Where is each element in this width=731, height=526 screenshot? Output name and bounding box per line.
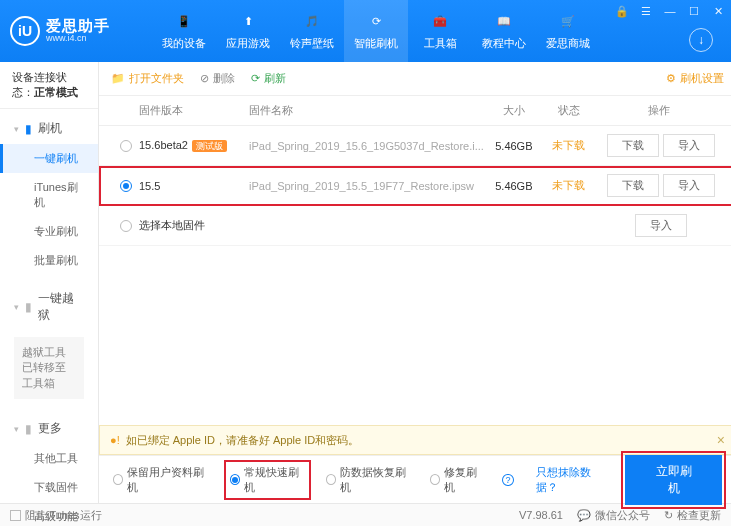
table-row[interactable]: 15.5iPad_Spring_2019_15.5_19F77_Restore.…: [99, 166, 731, 206]
radio-icon[interactable]: [230, 474, 240, 485]
maximize-icon[interactable]: ☐: [687, 4, 701, 18]
erase-only-link[interactable]: 只想抹除数据？: [536, 465, 608, 495]
nav-label: 应用游戏: [226, 36, 270, 51]
info-icon[interactable]: ?: [502, 474, 513, 486]
flash-options: 保留用户资料刷机常规快速刷机防数据恢复刷机修复刷机?只想抹除数据？立即刷机: [99, 455, 731, 503]
radio-icon[interactable]: [430, 474, 440, 485]
import-button[interactable]: 导入: [635, 214, 687, 237]
radio-icon[interactable]: [120, 180, 132, 192]
nav-icon: ⬆: [238, 12, 258, 32]
nav-label: 我的设备: [162, 36, 206, 51]
menu-icon[interactable]: ☰: [639, 4, 653, 18]
group-icon: ▮: [25, 122, 32, 136]
window-controls: 🔒 ☰ — ☐ ✕: [615, 4, 725, 18]
sidebar-group-head[interactable]: ▾▮刷机: [0, 113, 98, 144]
sidebar-item[interactable]: 下载固件: [0, 473, 98, 502]
local-firmware-row[interactable]: 选择本地固件 导入: [99, 206, 731, 246]
flash-mode-option[interactable]: 常规快速刷机: [227, 463, 308, 497]
radio-icon[interactable]: [326, 474, 336, 485]
titlebar: iU 爱思助手 www.i4.cn 📱我的设备⬆应用游戏🎵铃声壁纸⟳智能刷机🧰工…: [0, 0, 731, 62]
sidebar-group-head[interactable]: ▾▮一键越狱: [0, 283, 98, 331]
flash-mode-option[interactable]: 保留用户资料刷机: [113, 465, 209, 495]
chevron-down-icon: ▾: [14, 424, 19, 434]
flash-button[interactable]: 立即刷机: [625, 455, 722, 505]
radio-icon[interactable]: [113, 474, 123, 485]
flash-mode-option[interactable]: 防数据恢复刷机: [326, 465, 412, 495]
col-ops: 操作: [594, 103, 724, 118]
update-icon: ↻: [664, 509, 673, 522]
op-button[interactable]: 下载: [607, 134, 659, 157]
op-button[interactable]: 下载: [607, 174, 659, 197]
cell-status: 未下载: [544, 138, 594, 153]
sidebar-item[interactable]: 一键刷机: [0, 144, 98, 173]
warning-icon: ●!: [110, 434, 120, 446]
nav-icon: 📱: [174, 12, 194, 32]
check-update-link[interactable]: ↻检查更新: [664, 508, 721, 523]
radio-icon[interactable]: [120, 140, 132, 152]
nav-label: 铃声壁纸: [290, 36, 334, 51]
toolbar: 📁打开文件夹 ⊘删除 ⟳刷新 ⚙刷机设置: [99, 62, 731, 96]
col-version: 固件版本: [139, 103, 249, 118]
cell-version: 15.5: [139, 180, 249, 192]
trash-icon: ⊘: [200, 72, 209, 85]
version-label: V7.98.61: [519, 509, 563, 521]
nav-4[interactable]: 🧰工具箱: [408, 0, 472, 62]
radio-icon[interactable]: [120, 220, 132, 232]
col-name: 固件名称: [249, 103, 484, 118]
col-status: 状态: [544, 103, 594, 118]
sidebar-item[interactable]: 其他工具: [0, 444, 98, 473]
nav-3[interactable]: ⟳智能刷机: [344, 0, 408, 62]
flash-settings-button[interactable]: ⚙刷机设置: [666, 71, 724, 86]
cell-status: 未下载: [544, 178, 594, 193]
wechat-icon: 💬: [577, 509, 591, 522]
device-status-value: 正常模式: [34, 86, 78, 98]
close-icon[interactable]: ×: [717, 432, 725, 448]
cell-size: 5.46GB: [484, 180, 544, 192]
chevron-down-icon: ▾: [14, 302, 19, 312]
table-row[interactable]: 15.6beta2测试版iPad_Spring_2019_15.6_19G503…: [99, 126, 731, 166]
cell-name: iPad_Spring_2019_15.6_19G5037d_Restore.i…: [249, 140, 484, 152]
logo-icon: iU: [10, 16, 40, 46]
open-folder-button[interactable]: 📁打开文件夹: [111, 71, 184, 86]
block-itunes-option[interactable]: 阻止iTunes运行: [10, 508, 102, 523]
nav-icon: 🛒: [558, 12, 578, 32]
download-icon[interactable]: ↓: [689, 28, 713, 52]
lock-icon[interactable]: 🔒: [615, 4, 629, 18]
nav-2[interactable]: 🎵铃声壁纸: [280, 0, 344, 62]
nav-5[interactable]: 📖教程中心: [472, 0, 536, 62]
minimize-icon[interactable]: —: [663, 4, 677, 18]
close-icon[interactable]: ✕: [711, 4, 725, 18]
op-button[interactable]: 导入: [663, 174, 715, 197]
refresh-button[interactable]: ⟳刷新: [251, 71, 286, 86]
logo: iU 爱思助手 www.i4.cn: [10, 16, 152, 46]
brand-name: 爱思助手: [46, 18, 110, 35]
nav-label: 工具箱: [424, 36, 457, 51]
nav-icon: ⟳: [366, 12, 386, 32]
sidebar: 设备连接状态：正常模式 ▾▮刷机一键刷机iTunes刷机专业刷机批量刷机▾▮一键…: [0, 62, 99, 503]
brand-url: www.i4.cn: [46, 34, 110, 44]
nav-label: 爱思商城: [546, 36, 590, 51]
local-firmware-label: 选择本地固件: [139, 218, 594, 233]
cell-size: 5.46GB: [484, 140, 544, 152]
delete-button[interactable]: ⊘删除: [200, 71, 235, 86]
nav-label: 教程中心: [482, 36, 526, 51]
sidebar-item[interactable]: 批量刷机: [0, 246, 98, 275]
col-size: 大小: [484, 103, 544, 118]
sidebar-group-head[interactable]: ▾▮更多: [0, 413, 98, 444]
nav-0[interactable]: 📱我的设备: [152, 0, 216, 62]
sidebar-item[interactable]: iTunes刷机: [0, 173, 98, 217]
flash-mode-option[interactable]: 修复刷机: [430, 465, 485, 495]
checkbox-icon[interactable]: [10, 510, 21, 521]
op-button[interactable]: 导入: [663, 134, 715, 157]
nav-6[interactable]: 🛒爱思商城: [536, 0, 600, 62]
nav-icon: 📖: [494, 12, 514, 32]
group-icon: ▮: [25, 300, 32, 314]
chevron-down-icon: ▾: [14, 124, 19, 134]
warning-bar: ●! 如已绑定 Apple ID，请准备好 Apple ID和密码。 ×: [99, 425, 731, 455]
sidebar-item[interactable]: 专业刷机: [0, 217, 98, 246]
main: 📁打开文件夹 ⊘删除 ⟳刷新 ⚙刷机设置 固件版本 固件名称 大小 状态 操作 …: [99, 62, 731, 503]
device-status: 设备连接状态：正常模式: [0, 62, 98, 109]
nav-1[interactable]: ⬆应用游戏: [216, 0, 280, 62]
gear-icon: ⚙: [666, 72, 676, 85]
wechat-link[interactable]: 💬微信公众号: [577, 508, 650, 523]
